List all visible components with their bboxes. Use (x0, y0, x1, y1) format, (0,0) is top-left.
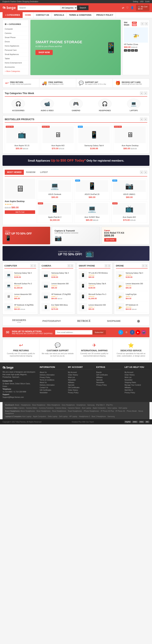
brand-designers[interactable]: DESIGNERS DOME (12, 319, 26, 323)
tag[interactable]: Camera (18, 407, 24, 409)
footer-link[interactable]: Contact Us (40, 386, 65, 389)
footer-link[interactable]: Specials (96, 379, 121, 381)
nav-contact[interactable]: CONTACT US (34, 12, 52, 18)
tag[interactable]: IP Phone 4S Plus (101, 410, 114, 412)
most-viewed-prev[interactable]: ‹ (140, 170, 143, 174)
ps-product[interactable]: 📱 Evo Tablet With Alexa ★★★★☆ $279.99 (41, 302, 73, 312)
instagram-icon[interactable]: 📷 (141, 330, 146, 335)
tag[interactable]: Acer Laptop (22, 416, 31, 418)
compare-icon[interactable]: ⇄ (122, 6, 124, 9)
footer-link[interactable]: Wish List (125, 376, 150, 379)
footer-link[interactable]: Terms & Conditions (40, 379, 65, 381)
tab-most-viewed[interactable]: MOST VIEWED (5, 170, 24, 175)
ps-product[interactable]: 📱 Lenovo Ideacentre 500 ★★★☆☆ $95.00 (79, 302, 111, 312)
footer-link[interactable]: Gift Certificates (68, 386, 93, 389)
account-icon[interactable]: 👤 (131, 6, 134, 9)
cart-button[interactable]: 🛒 My Cart$0.00 (136, 4, 150, 11)
currency-link[interactable]: USD (140, 1, 144, 2)
product-card[interactable]: NEW 📱 Samsung Galaxy Tab A $199.99 (77, 125, 111, 151)
facebook-icon[interactable]: f (130, 330, 135, 335)
ps-product[interactable]: 💻 HP Notebook 15 AgOf50e ★★★★☆ $64.00 $7… (4, 302, 36, 312)
search-button[interactable]: Search (77, 6, 89, 10)
computer-next[interactable]: › (34, 264, 36, 267)
product-card[interactable]: SALE 5% 📺 Acer Aspire V5 15 $55.00 $60.0… (5, 125, 39, 151)
bestsellers-next[interactable]: › (144, 118, 147, 121)
google-icon[interactable]: G (124, 330, 129, 335)
bestsellers-prev[interactable]: ‹ (140, 118, 143, 121)
settings-link[interactable]: Setting (133, 1, 138, 2)
ps-product[interactable]: 🖥 Lenovo Ideacentre 500 ★★★☆☆ $95.00 (4, 291, 36, 302)
footer-link[interactable]: Order History (125, 374, 150, 376)
category-select[interactable]: All Categories (60, 6, 77, 10)
tag[interactable]: Apple Computers (93, 407, 106, 409)
ps-product[interactable]: 📱 Samsung Galaxy Tab A ★★★★☆ $199.99 (79, 280, 111, 291)
footer-link[interactable]: Privacy Policy (125, 391, 150, 394)
brand-circle[interactable]: ◉ (137, 319, 140, 323)
footer-link[interactable]: My Account (68, 371, 93, 374)
footer-link[interactable]: Wall Mint It (125, 389, 150, 391)
footer-link[interactable]: Privacy Policy (40, 376, 65, 379)
tag[interactable]: Niles Headphone (47, 404, 60, 406)
product-card[interactable]: NEW 📷 ASUS UMAX1 $80.00 (111, 178, 147, 200)
tag[interactable]: Bose Headphones (37, 410, 50, 412)
category-accessories[interactable]: 🎧 ACCESSORIES (11, 99, 25, 112)
tag[interactable]: iPad Mini 4 (96, 404, 104, 406)
footer-link[interactable]: About Us (40, 371, 65, 374)
ps-product[interactable]: 💻 Samsung Galaxy Tab 4 ★★★★☆ $199.99 (4, 270, 36, 280)
product-card[interactable]: SALE 📺 Acer Aspire AIO $70.00 $75.00 (111, 201, 147, 223)
promo-tv[interactable]: SAMSUNG LED TV SALE UP TO 50% OFF! 📺 (2, 246, 150, 261)
nav-terms[interactable]: TERMS & CONDITIONS (67, 12, 94, 18)
tag[interactable]: IP Phone 4S (116, 410, 125, 412)
brand-photography[interactable]: PHOTOGRAPHY (42, 320, 61, 322)
product-card[interactable]: 💻 Acer SUNNY Blue $65.00 $80.00 (74, 201, 110, 223)
tag[interactable]: Bose Headphone (32, 404, 45, 406)
footer-link[interactable]: Newsletter (68, 379, 93, 381)
category-headphones[interactable]: 🎧 HEADPHONES (98, 99, 112, 112)
tag[interactable]: Cameron Nanon (68, 407, 80, 409)
ps-product[interactable]: 📱 TP-Link AC1700 Wireless ★★★★☆ $80.00 (79, 270, 111, 280)
tag[interactable]: Camera Nikion (26, 407, 37, 409)
ps-product[interactable]: 📱 Microsoft Surface Pro 3 ★★★★☆ $1,000.0… (79, 291, 111, 302)
logo[interactable]: 🛍 bege (2, 6, 16, 10)
category-laptops[interactable]: 💻 LAPTOPS (127, 99, 141, 112)
ps-product[interactable]: 📷 HP Notebook 175 AgOf50 ★★★☆☆ $64.00 $8… (41, 291, 73, 302)
wishlist-icon[interactable]: ♡ (126, 6, 129, 9)
twitter-icon[interactable]: 𝕥 (118, 330, 123, 335)
nav-privacy[interactable]: PRIVACY POLICY (94, 12, 116, 18)
footer-link[interactable]: Gift Certificates (96, 374, 121, 376)
footer-link[interactable]: Affiliates (68, 381, 93, 384)
footer-link[interactable]: Affiliates (96, 376, 121, 379)
camera-prev[interactable]: ‹ (68, 264, 70, 267)
tag[interactable]: Road Headphones (68, 410, 82, 412)
tag[interactable]: Headphones 2 (79, 416, 90, 418)
footer-link[interactable]: Order History (68, 374, 93, 376)
footer-link[interactable]: Newsletter (40, 391, 65, 394)
drone-next[interactable]: › (145, 264, 148, 267)
tag[interactable]: Sony Laptop (107, 407, 117, 409)
category-audio-video[interactable]: 📹 AUDIO & VIDEO (40, 99, 54, 112)
tab-latest[interactable]: LATEST (38, 170, 50, 175)
tag[interactable]: Currency Functions (39, 407, 54, 409)
tag[interactable]: Beats (15, 404, 19, 406)
add-to-cart-button[interactable]: Add To Cart (5, 210, 35, 214)
tag[interactable]: Samsung (107, 416, 115, 418)
language-link[interactable]: En/Hi (146, 1, 150, 2)
tab-random[interactable]: RANDOM (24, 170, 38, 175)
tag[interactable]: Bear 2 Headphone (92, 416, 106, 418)
camera-next[interactable]: › (71, 264, 73, 267)
tag[interactable]: iPad Pro (106, 404, 113, 406)
search-input[interactable] (17, 6, 60, 10)
youtube-icon[interactable]: ▶ (136, 330, 140, 335)
tag[interactable]: Phone Model (127, 410, 137, 412)
footer-link[interactable]: Gift Certificates (40, 389, 65, 391)
footer-link[interactable]: Shipping Rates (125, 381, 150, 384)
smartphone-prev[interactable]: ‹ (105, 264, 107, 267)
most-viewed-next[interactable]: › (144, 170, 147, 174)
promo-canon-buy-button[interactable]: BUY NOW (104, 238, 116, 242)
promo-sale[interactable]: SALE GET UP TO 50% OFF 📱 (2, 227, 50, 244)
top-categories-next[interactable]: › (144, 92, 147, 95)
promo-capture[interactable]: Capture & Transmit Leef iBridge Camera C… (52, 227, 100, 244)
footer-link[interactable]: Privacy Policy (68, 391, 93, 394)
footer-link[interactable]: Wish List (68, 376, 93, 379)
sidebar-item-accessories[interactable]: Accessories (3, 65, 28, 69)
